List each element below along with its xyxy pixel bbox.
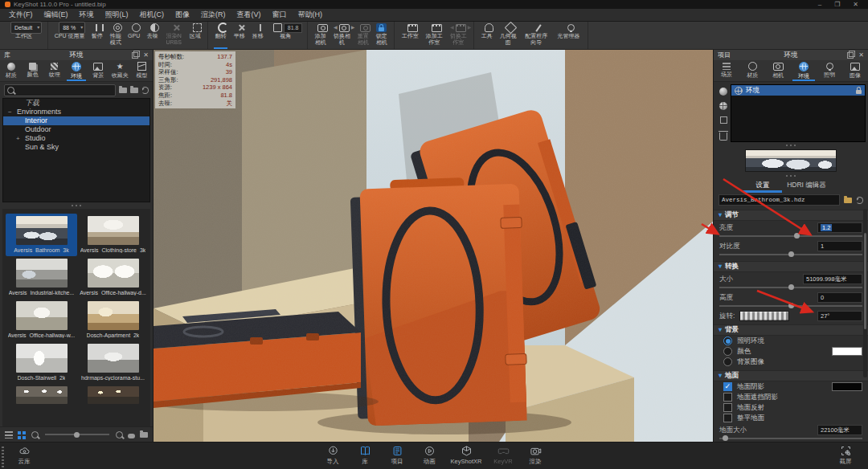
tree-item-interior[interactable]: Interior (3, 116, 149, 125)
upload-icon[interactable] (128, 434, 135, 438)
add-folder-icon[interactable] (119, 88, 127, 93)
ribbon-drag-handle[interactable] (2, 447, 4, 467)
tree-item-outdoor[interactable]: Outdoor (3, 125, 149, 134)
section-ground[interactable]: ▾地面 (714, 370, 868, 381)
thumb-aversis-clothing-store[interactable]: Aversis_Clothing-store_3k (77, 214, 149, 256)
ground-occlusion-option[interactable]: 地面遮挡阴影 (714, 392, 868, 402)
reset-camera-button[interactable]: 重置相机 (354, 22, 372, 49)
thumb-partial-2[interactable] (77, 384, 149, 404)
menu-help[interactable]: 帮助(H) (293, 9, 329, 21)
contrast-field[interactable]: 1 (817, 241, 862, 251)
realtime-viewport[interactable]: 每秒帧数:137.7 时间:4s 采样值:39 三角形:291,898 资源:1… (154, 50, 713, 442)
list-view-icon[interactable] (5, 431, 13, 438)
flatten-ground-option[interactable]: 整平地面 (714, 413, 868, 423)
switch-studio-button[interactable]: ◀▶ 切换工作室 (446, 22, 470, 49)
tab-lighting[interactable]: 照明 (817, 60, 842, 81)
cpu-usage-value[interactable]: 88 % (59, 22, 85, 34)
height-slider[interactable] (719, 303, 862, 309)
ground-size-field[interactable]: 22100毫米 (817, 425, 862, 435)
zoom-in-icon[interactable] (116, 431, 123, 438)
ground-size-slider[interactable] (719, 435, 862, 442)
panel-splitter[interactable] (714, 173, 868, 179)
tab-scene[interactable]: 场景 (714, 60, 739, 81)
bg-color-swatch[interactable] (832, 347, 862, 356)
library-toggle-button[interactable]: 库 (349, 442, 381, 469)
bg-color-option[interactable]: 颜色 (714, 346, 868, 357)
fov-control[interactable]: 81.8 视角 (267, 22, 304, 49)
reload-file-icon[interactable] (856, 197, 863, 204)
tab-environment[interactable]: 环境 (791, 60, 817, 81)
close-panel-icon[interactable]: ✕ (858, 52, 864, 59)
radio-off-icon[interactable] (723, 357, 732, 366)
radio-on-icon[interactable] (723, 336, 732, 345)
slider-handle[interactable] (788, 284, 794, 290)
thumb-aversis-office-hallway-d[interactable]: Aversis_Office-hallway-d... (77, 256, 149, 299)
tab-material[interactable]: 材质 (739, 60, 765, 81)
add-camera-button[interactable]: 添加相机 (311, 22, 330, 49)
contrast-slider[interactable] (719, 251, 862, 258)
animation-button[interactable]: 动画 (413, 442, 445, 469)
refresh-library-icon[interactable] (141, 87, 149, 94)
menu-view[interactable]: 查看(V) (231, 9, 267, 21)
subtab-hdri-editor[interactable]: HDRI 编辑器 (785, 181, 828, 190)
grid-view-icon[interactable] (18, 431, 21, 434)
environment-filename-field[interactable]: Aversis_Bathroom_3k.hdz (719, 194, 840, 206)
size-slider[interactable] (719, 284, 862, 291)
brightness-field[interactable]: 1.2 (817, 222, 862, 233)
tab-image[interactable]: 图像 (842, 60, 868, 81)
menu-window[interactable]: 窗口 (267, 9, 293, 21)
tab-favorites[interactable]: ★收藏夹 (109, 60, 131, 81)
menu-camera[interactable]: 相机(C) (134, 9, 170, 21)
denoise-button[interactable]: 去噪 (143, 22, 162, 49)
cloud-library-button[interactable]: 云库 (8, 442, 40, 469)
height-field[interactable]: 0 (817, 292, 862, 303)
menu-environment[interactable]: 环境 (74, 9, 100, 21)
pause-button[interactable]: 暂停 (88, 22, 106, 49)
add-studio-button[interactable]: 添加工作室 (422, 22, 446, 49)
brightness-slider[interactable] (719, 233, 862, 239)
gpu-button[interactable]: GPU (125, 22, 143, 49)
library-folder-icon[interactable] (140, 432, 148, 438)
menu-render[interactable]: 渲染(R) (195, 9, 231, 21)
import-button[interactable]: 导入 (317, 442, 349, 469)
lock-camera-button[interactable]: 锁定相机 (372, 22, 391, 49)
section-transform[interactable]: ▾转换 (714, 261, 868, 272)
thumbnail-size-slider[interactable] (45, 434, 109, 435)
workspace-dropdown[interactable]: Default 工作区 (3, 22, 44, 49)
thumb-hdrmaps-cyclorama[interactable]: hdrmaps-cyclorama-stu... (77, 341, 149, 384)
delete-environment-icon[interactable] (719, 133, 727, 141)
prev-camera-arrow[interactable]: ◀ (334, 23, 338, 32)
thumb-aversis-office-hallway-w[interactable]: Aversis_Office-hallway-w... (6, 299, 77, 341)
import-folder-icon[interactable] (130, 88, 138, 93)
panel-splitter[interactable] (0, 202, 153, 209)
tab-textures[interactable]: 纹理 (43, 60, 65, 81)
environment-sphere-icon[interactable] (719, 102, 727, 110)
subtab-settings[interactable]: 设置 (754, 181, 771, 190)
rotation-field[interactable]: 27° (817, 311, 862, 321)
performance-mode-button[interactable]: 性能模式 (106, 22, 125, 49)
minimize-button[interactable]: – (818, 0, 821, 9)
environment-list-item[interactable]: 环境 (731, 85, 865, 96)
maximize-button[interactable]: ❐ (834, 0, 840, 9)
section-adjustments[interactable]: ▾调节 (714, 210, 868, 221)
ground-shadow-swatch[interactable] (832, 382, 862, 391)
checkbox-icon[interactable] (723, 393, 732, 402)
rotation-dial[interactable] (739, 311, 789, 321)
tab-colors[interactable]: 颜色 (22, 60, 43, 81)
tumble-button[interactable]: 翻转 (211, 22, 230, 49)
checkbox-icon[interactable] (723, 403, 732, 412)
undock-icon[interactable] (847, 52, 854, 59)
duplicate-environment-icon[interactable] (720, 116, 727, 124)
tab-environments[interactable]: 环境 (65, 60, 87, 81)
panel-splitter[interactable] (714, 142, 868, 149)
size-field[interactable]: 51099.998毫米 (803, 274, 862, 284)
slider-handle[interactable] (788, 251, 794, 257)
tab-models[interactable]: 模型 (131, 60, 153, 81)
radio-off-icon[interactable] (723, 347, 732, 356)
tree-item-studio[interactable]: +Studio (3, 134, 149, 143)
bg-lighting-option[interactable]: 照明环境 (714, 336, 868, 346)
render-button[interactable]: 渲染 (519, 442, 551, 469)
keyshotxr-button[interactable]: KeyShotXR (445, 442, 487, 469)
bg-image-option[interactable]: 背景图像 (714, 357, 868, 367)
thumb-aversis-bathroom[interactable]: Aversis_Bathroom_3k (6, 214, 77, 256)
